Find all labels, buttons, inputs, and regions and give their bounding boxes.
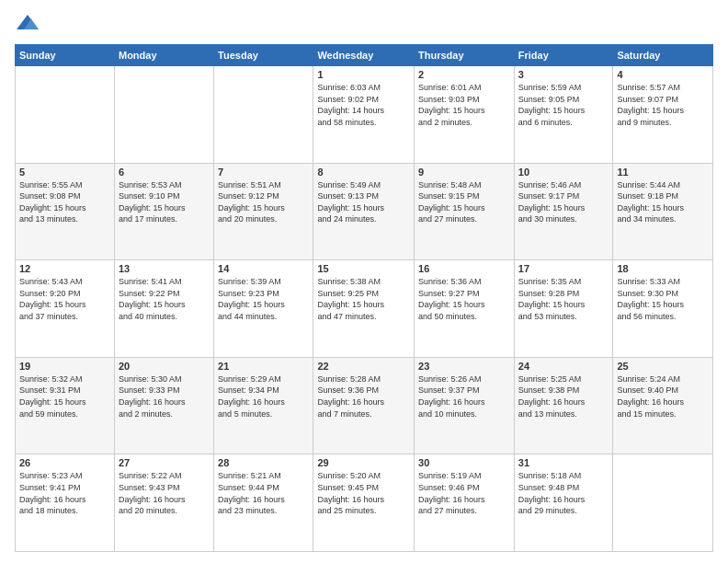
day-cell: 8Sunrise: 5:49 AM Sunset: 9:13 PM Daylig… <box>313 163 415 260</box>
day-info: Sunrise: 5:35 AM Sunset: 9:28 PM Dayligh… <box>518 276 609 322</box>
day-number: 3 <box>518 69 609 80</box>
day-info: Sunrise: 5:23 AM Sunset: 9:41 PM Dayligh… <box>19 470 110 516</box>
day-number: 15 <box>317 263 410 274</box>
day-info: Sunrise: 5:38 AM Sunset: 9:25 PM Dayligh… <box>317 276 410 322</box>
day-number: 11 <box>617 167 709 178</box>
header-cell-saturday: Saturday <box>613 45 713 66</box>
day-info: Sunrise: 5:22 AM Sunset: 9:43 PM Dayligh… <box>119 470 210 516</box>
header-cell-thursday: Thursday <box>415 45 515 66</box>
day-info: Sunrise: 5:19 AM Sunset: 9:46 PM Dayligh… <box>418 470 510 516</box>
day-info: Sunrise: 5:20 AM Sunset: 9:45 PM Dayligh… <box>317 470 410 516</box>
day-info: Sunrise: 5:32 AM Sunset: 9:31 PM Dayligh… <box>19 373 110 419</box>
day-cell: 22Sunrise: 5:28 AM Sunset: 9:36 PM Dayli… <box>313 357 415 454</box>
day-info: Sunrise: 5:53 AM Sunset: 9:10 PM Dayligh… <box>119 179 210 225</box>
day-number: 6 <box>119 167 210 178</box>
day-info: Sunrise: 5:28 AM Sunset: 9:36 PM Dayligh… <box>317 373 410 419</box>
week-row-3: 12Sunrise: 5:43 AM Sunset: 9:20 PM Dayli… <box>16 260 713 358</box>
day-cell: 30Sunrise: 5:19 AM Sunset: 9:46 PM Dayli… <box>415 454 515 552</box>
day-info: Sunrise: 5:43 AM Sunset: 9:20 PM Dayligh… <box>19 276 110 322</box>
day-number: 28 <box>218 457 309 468</box>
day-cell: 25Sunrise: 5:24 AM Sunset: 9:40 PM Dayli… <box>613 357 713 454</box>
day-cell: 9Sunrise: 5:48 AM Sunset: 9:15 PM Daylig… <box>415 163 515 260</box>
day-number: 8 <box>317 167 410 178</box>
day-number: 14 <box>218 263 309 274</box>
day-number: 29 <box>317 457 410 468</box>
day-cell: 18Sunrise: 5:33 AM Sunset: 9:30 PM Dayli… <box>613 260 713 358</box>
day-info: Sunrise: 5:21 AM Sunset: 9:44 PM Dayligh… <box>218 470 309 516</box>
day-number: 30 <box>418 457 510 468</box>
day-number: 7 <box>218 167 309 178</box>
day-cell <box>16 66 115 164</box>
header-cell-sunday: Sunday <box>16 45 115 66</box>
day-cell <box>214 66 313 164</box>
day-cell: 2Sunrise: 6:01 AM Sunset: 9:03 PM Daylig… <box>415 66 515 164</box>
day-number: 12 <box>19 263 110 274</box>
day-cell <box>613 454 713 552</box>
day-number: 16 <box>418 263 510 274</box>
day-cell: 20Sunrise: 5:30 AM Sunset: 9:33 PM Dayli… <box>114 357 213 454</box>
day-cell <box>114 66 213 164</box>
day-cell: 15Sunrise: 5:38 AM Sunset: 9:25 PM Dayli… <box>313 260 415 358</box>
day-number: 27 <box>119 457 210 468</box>
day-number: 10 <box>518 167 609 178</box>
day-cell: 4Sunrise: 5:57 AM Sunset: 9:07 PM Daylig… <box>613 66 713 164</box>
day-number: 2 <box>418 69 510 80</box>
header-cell-wednesday: Wednesday <box>313 45 415 66</box>
day-info: Sunrise: 5:36 AM Sunset: 9:27 PM Dayligh… <box>418 276 510 322</box>
day-cell: 24Sunrise: 5:25 AM Sunset: 9:38 PM Dayli… <box>514 357 613 454</box>
day-cell: 6Sunrise: 5:53 AM Sunset: 9:10 PM Daylig… <box>114 163 213 260</box>
day-cell: 12Sunrise: 5:43 AM Sunset: 9:20 PM Dayli… <box>16 260 115 358</box>
logo-icon <box>15 11 40 37</box>
day-number: 1 <box>317 69 410 80</box>
day-info: Sunrise: 6:01 AM Sunset: 9:03 PM Dayligh… <box>418 82 510 128</box>
day-cell: 7Sunrise: 5:51 AM Sunset: 9:12 PM Daylig… <box>214 163 313 260</box>
day-number: 4 <box>617 69 709 80</box>
week-row-2: 5Sunrise: 5:55 AM Sunset: 9:08 PM Daylig… <box>16 163 713 260</box>
day-number: 18 <box>617 263 709 274</box>
week-row-1: 1Sunrise: 6:03 AM Sunset: 9:02 PM Daylig… <box>16 66 713 164</box>
page: SundayMondayTuesdayWednesdayThursdayFrid… <box>0 0 728 563</box>
day-number: 9 <box>418 167 510 178</box>
day-number: 21 <box>218 361 309 372</box>
day-info: Sunrise: 5:51 AM Sunset: 9:12 PM Dayligh… <box>218 179 309 225</box>
day-number: 19 <box>19 361 110 372</box>
day-cell: 17Sunrise: 5:35 AM Sunset: 9:28 PM Dayli… <box>514 260 613 358</box>
header-cell-tuesday: Tuesday <box>214 45 313 66</box>
day-cell: 19Sunrise: 5:32 AM Sunset: 9:31 PM Dayli… <box>16 357 115 454</box>
day-cell: 26Sunrise: 5:23 AM Sunset: 9:41 PM Dayli… <box>16 454 115 552</box>
header-row: SundayMondayTuesdayWednesdayThursdayFrid… <box>16 45 713 66</box>
day-info: Sunrise: 5:25 AM Sunset: 9:38 PM Dayligh… <box>518 373 609 419</box>
day-info: Sunrise: 5:49 AM Sunset: 9:13 PM Dayligh… <box>317 179 410 225</box>
day-cell: 5Sunrise: 5:55 AM Sunset: 9:08 PM Daylig… <box>16 163 115 260</box>
day-cell: 3Sunrise: 5:59 AM Sunset: 9:05 PM Daylig… <box>514 66 613 164</box>
day-info: Sunrise: 5:41 AM Sunset: 9:22 PM Dayligh… <box>119 276 210 322</box>
logo <box>15 11 44 37</box>
day-cell: 31Sunrise: 5:18 AM Sunset: 9:48 PM Dayli… <box>514 454 613 552</box>
day-info: Sunrise: 5:26 AM Sunset: 9:37 PM Dayligh… <box>418 373 510 419</box>
day-cell: 10Sunrise: 5:46 AM Sunset: 9:17 PM Dayli… <box>514 163 613 260</box>
day-info: Sunrise: 5:18 AM Sunset: 9:48 PM Dayligh… <box>518 470 609 516</box>
day-info: Sunrise: 5:46 AM Sunset: 9:17 PM Dayligh… <box>518 179 609 225</box>
day-info: Sunrise: 5:48 AM Sunset: 9:15 PM Dayligh… <box>418 179 510 225</box>
day-cell: 23Sunrise: 5:26 AM Sunset: 9:37 PM Dayli… <box>415 357 515 454</box>
day-number: 31 <box>518 457 609 468</box>
day-info: Sunrise: 5:24 AM Sunset: 9:40 PM Dayligh… <box>617 373 709 419</box>
day-info: Sunrise: 5:44 AM Sunset: 9:18 PM Dayligh… <box>617 179 709 225</box>
day-cell: 16Sunrise: 5:36 AM Sunset: 9:27 PM Dayli… <box>415 260 515 358</box>
day-number: 24 <box>518 361 609 372</box>
day-cell: 13Sunrise: 5:41 AM Sunset: 9:22 PM Dayli… <box>114 260 213 358</box>
day-number: 23 <box>418 361 510 372</box>
day-number: 22 <box>317 361 410 372</box>
day-cell: 1Sunrise: 6:03 AM Sunset: 9:02 PM Daylig… <box>313 66 415 164</box>
day-info: Sunrise: 5:59 AM Sunset: 9:05 PM Dayligh… <box>518 82 609 128</box>
day-cell: 28Sunrise: 5:21 AM Sunset: 9:44 PM Dayli… <box>214 454 313 552</box>
day-number: 26 <box>19 457 110 468</box>
header <box>15 11 713 37</box>
day-info: Sunrise: 5:57 AM Sunset: 9:07 PM Dayligh… <box>617 82 709 128</box>
day-number: 25 <box>617 361 709 372</box>
day-info: Sunrise: 5:29 AM Sunset: 9:34 PM Dayligh… <box>218 373 309 419</box>
week-row-4: 19Sunrise: 5:32 AM Sunset: 9:31 PM Dayli… <box>16 357 713 454</box>
calendar-table: SundayMondayTuesdayWednesdayThursdayFrid… <box>15 44 713 552</box>
day-number: 13 <box>119 263 210 274</box>
day-info: Sunrise: 6:03 AM Sunset: 9:02 PM Dayligh… <box>317 82 410 128</box>
